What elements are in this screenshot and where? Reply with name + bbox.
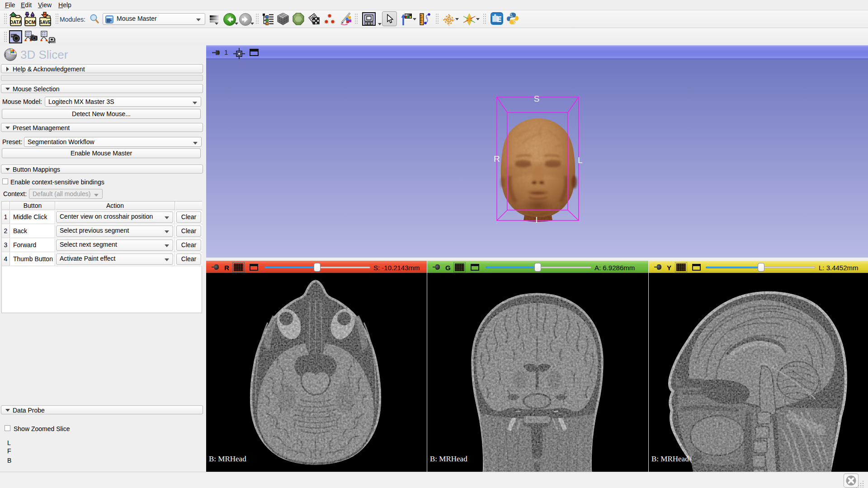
svg-text:S: S — [534, 94, 540, 103]
svg-text:R: R — [494, 154, 500, 164]
svg-text:SAVE: SAVE — [39, 20, 52, 25]
svg-text:I: I — [535, 215, 538, 225]
svg-text:L: L — [578, 155, 583, 165]
svg-text:DCM: DCM — [25, 20, 36, 25]
svg-text:DATA: DATA — [10, 20, 22, 25]
